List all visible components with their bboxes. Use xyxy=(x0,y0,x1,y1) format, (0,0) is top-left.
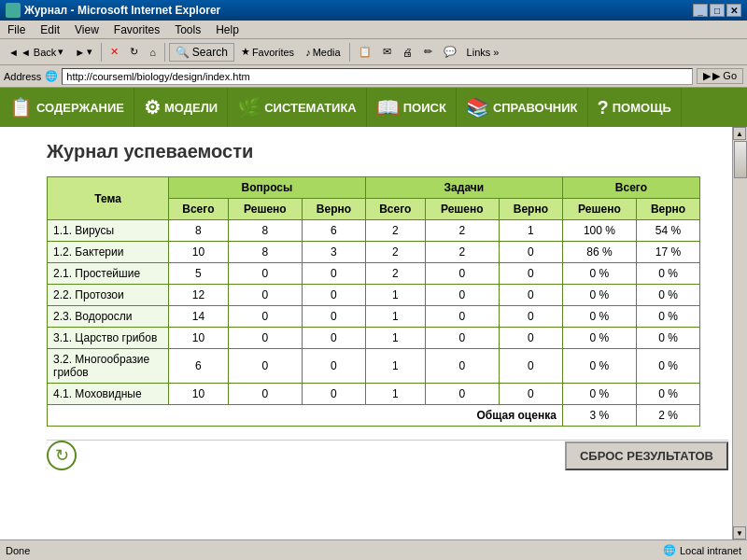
reference-icon: 📚 xyxy=(466,96,489,119)
cell-z-verno: 1 xyxy=(499,220,562,242)
total-verno: 2 % xyxy=(637,405,700,427)
cell-z-resheno: 0 xyxy=(425,285,499,306)
cell-w-resheno: 0 % xyxy=(562,306,636,328)
maximize-button[interactable]: □ xyxy=(710,4,725,17)
subheader-v-verno: Верно xyxy=(303,199,366,220)
history-icon: 📋 xyxy=(359,46,372,58)
media-button[interactable]: ♪ Media xyxy=(301,44,345,61)
page-refresh-button[interactable]: ↻ xyxy=(47,441,77,470)
cell-v-verno: 0 xyxy=(303,285,366,306)
cell-w-verno: 0 % xyxy=(637,263,700,285)
discuss-button[interactable]: 💬 xyxy=(439,43,461,61)
table-row: 1.2. Бактерии 10 8 3 2 2 0 86 % 17 % xyxy=(48,242,700,263)
cell-tema: 1.2. Бактерии xyxy=(48,242,169,263)
scrollbar-thumb[interactable] xyxy=(734,141,747,178)
cell-tema: 3.2. Многообразие грибов xyxy=(48,349,169,384)
nav-contents[interactable]: 📋 СОДЕРЖАНИЕ xyxy=(0,88,134,127)
cell-tema: 2.1. Простейшие xyxy=(48,263,169,285)
toolbar: ◄ ◄ Back ▾ ► ▾ ✕ ↻ ⌂ 🔍 Search ★ Favorite… xyxy=(0,39,747,65)
help-icon: ? xyxy=(598,97,609,119)
nav-models[interactable]: ⚙ МОДЕЛИ xyxy=(134,88,228,127)
cell-tema: 3.1. Царство грибов xyxy=(48,328,169,349)
nav-reference[interactable]: 📚 СПРАВОЧНИК xyxy=(457,88,588,127)
reset-button[interactable]: СБРОС РЕЗУЛЬТАТОВ xyxy=(565,441,728,470)
subheader-v-resheno: Решено xyxy=(228,199,302,220)
print-button[interactable]: 🖨 xyxy=(398,44,417,61)
cell-v-verno: 3 xyxy=(303,242,366,263)
stop-button[interactable]: ✕ xyxy=(106,43,123,61)
menu-help[interactable]: Help xyxy=(212,23,243,36)
menu-tools[interactable]: Tools xyxy=(171,23,204,36)
refresh-button[interactable]: ↻ xyxy=(125,43,143,61)
scroll-up-button[interactable]: ▲ xyxy=(733,127,746,140)
subheader-z-verno: Верно xyxy=(499,199,562,220)
header-tema: Тема xyxy=(48,177,169,220)
scroll-down-button[interactable]: ▼ xyxy=(733,526,746,539)
cell-w-resheno: 0 % xyxy=(562,349,636,384)
cell-v-resheno: 0 xyxy=(228,263,302,285)
edit-button[interactable]: ✏ xyxy=(419,43,437,61)
favorites-label: Favorites xyxy=(252,47,294,58)
minimize-button[interactable]: _ xyxy=(693,4,708,17)
menu-file[interactable]: File xyxy=(4,23,29,36)
mail-button[interactable]: ✉ xyxy=(378,43,396,61)
home-icon: ⌂ xyxy=(149,47,156,58)
cell-z-resheno: 2 xyxy=(425,242,499,263)
cell-z-resheno: 0 xyxy=(425,384,499,405)
cell-w-verno: 17 % xyxy=(637,242,700,263)
favorites-button[interactable]: ★ Favorites xyxy=(236,43,299,61)
contents-label: СОДЕРЖАНИЕ xyxy=(36,101,124,115)
cell-v-resheno: 0 xyxy=(228,328,302,349)
refresh-icon: ↻ xyxy=(130,46,138,58)
cell-v-vsego: 5 xyxy=(169,263,229,285)
home-button[interactable]: ⌂ xyxy=(145,44,161,61)
media-icon: ♪ xyxy=(305,47,311,58)
search-nav-label: ПОИСК xyxy=(403,101,446,115)
nav-bar: 📋 СОДЕРЖАНИЕ ⚙ МОДЕЛИ 🌿 СИСТЕМАТИКА 📖 ПО… xyxy=(0,88,747,127)
cell-w-verno: 54 % xyxy=(637,220,700,242)
cell-z-verno: 0 xyxy=(499,242,562,263)
go-button[interactable]: ▶ ▶ Go xyxy=(697,68,743,84)
cell-z-resheno: 0 xyxy=(425,328,499,349)
models-label: МОДЕЛИ xyxy=(164,101,218,115)
table-row: 2.1. Простейшие 5 0 0 2 0 0 0 % 0 % xyxy=(48,263,700,285)
menu-edit[interactable]: Edit xyxy=(36,23,63,36)
cell-z-resheno: 0 xyxy=(425,263,499,285)
go-arrow-icon: ▶ xyxy=(703,70,711,82)
subheader-w-resheno: Решено xyxy=(562,199,636,220)
table-row: 2.2. Протозои 12 0 0 1 0 0 0 % 0 % xyxy=(48,285,700,306)
cell-v-resheno: 0 xyxy=(228,384,302,405)
cell-tema: 2.3. Водоросли xyxy=(48,306,169,328)
page-title: Журнал успеваемости xyxy=(47,141,728,162)
menu-favorites[interactable]: Favorites xyxy=(110,23,163,36)
cell-z-vsego: 1 xyxy=(365,349,425,384)
address-input[interactable] xyxy=(62,68,693,85)
status-right: 🌐 Local intranet xyxy=(663,544,741,556)
window-controls[interactable]: _ □ ✕ xyxy=(693,4,741,17)
forward-button[interactable]: ► ▾ xyxy=(70,43,97,61)
cell-w-verno: 0 % xyxy=(637,328,700,349)
cell-v-resheno: 8 xyxy=(228,242,302,263)
favorites-icon: ★ xyxy=(241,46,250,58)
cell-z-verno: 0 xyxy=(499,306,562,328)
cell-v-verno: 0 xyxy=(303,306,366,328)
menu-view[interactable]: View xyxy=(71,23,103,36)
back-button[interactable]: ◄ ◄ Back ▾ xyxy=(4,43,68,61)
scrollbar-track[interactable]: ▲ ▼ xyxy=(732,127,747,539)
window-title: Журнал - Microsoft Internet Explorer xyxy=(24,4,220,17)
close-button[interactable]: ✕ xyxy=(726,4,741,17)
cell-z-verno: 0 xyxy=(499,285,562,306)
cell-v-resheno: 0 xyxy=(228,306,302,328)
cell-z-verno: 0 xyxy=(499,328,562,349)
search-button[interactable]: 🔍 Search xyxy=(169,43,234,62)
history-button[interactable]: 📋 xyxy=(354,43,376,61)
stop-icon: ✕ xyxy=(110,46,119,58)
nav-help[interactable]: ? ПОМОЩЬ xyxy=(588,88,682,127)
cell-w-verno: 0 % xyxy=(637,349,700,384)
header-zadachi: Задачи xyxy=(365,177,562,199)
nav-systematics[interactable]: 🌿 СИСТЕМАТИКА xyxy=(228,88,367,127)
nav-search[interactable]: 📖 ПОИСК xyxy=(367,88,457,127)
cell-z-vsego: 1 xyxy=(365,328,425,349)
main-wrapper: Журнал успеваемости Тема Вопросы Задачи … xyxy=(0,127,747,539)
cell-z-vsego: 1 xyxy=(365,306,425,328)
